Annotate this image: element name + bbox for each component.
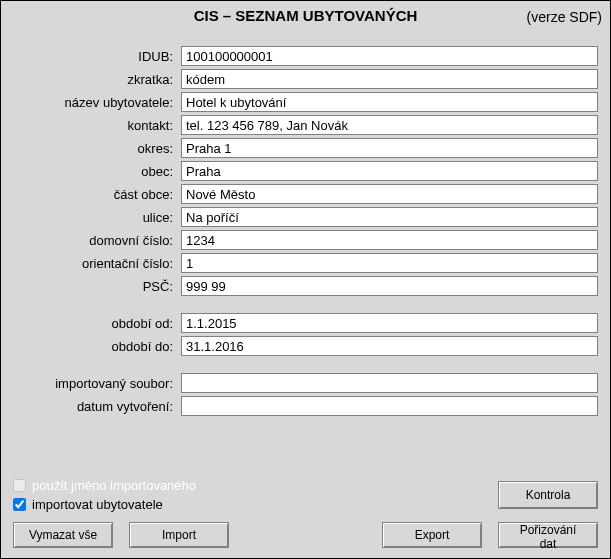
label-ulice: ulice: xyxy=(13,210,181,225)
label-importovany-soubor: importovaný soubor: xyxy=(13,376,181,391)
checkbox-importovat-ubytovatele[interactable] xyxy=(13,498,26,511)
input-importovany-soubor[interactable] xyxy=(181,373,598,393)
label-pouzit-jmeno: použít jméno importovaného xyxy=(32,478,196,493)
label-importovat-ubytovatele: importovat ubytovatele xyxy=(32,497,163,512)
input-obdobi-od[interactable] xyxy=(181,313,598,333)
checkbox-pouzit-jmeno xyxy=(13,479,26,492)
label-datum-vytvoreni: datum vytvoření: xyxy=(13,399,181,414)
export-button[interactable]: Export xyxy=(382,522,482,548)
label-obdobi-do: období do: xyxy=(13,339,181,354)
label-obdobi-od: období od: xyxy=(13,316,181,331)
input-ulice[interactable] xyxy=(181,207,598,227)
label-zkratka: zkratka: xyxy=(13,72,181,87)
input-idub[interactable] xyxy=(181,46,598,66)
label-orientacni-cislo: orientační číslo: xyxy=(13,256,181,271)
input-nazev-ubytovatele[interactable] xyxy=(181,92,598,112)
input-zkratka[interactable] xyxy=(181,69,598,89)
input-psc[interactable] xyxy=(181,276,598,296)
label-okres: okres: xyxy=(13,141,181,156)
form-area: IDUB: zkratka: název ubytovatele: kontak… xyxy=(1,28,610,472)
kontrola-button[interactable]: Kontrola xyxy=(498,481,598,509)
label-obec: obec: xyxy=(13,164,181,179)
vymazat-vse-button[interactable]: Vymazat vše xyxy=(13,522,113,548)
input-kontakt[interactable] xyxy=(181,115,598,135)
label-psc: PSČ: xyxy=(13,279,181,294)
input-domovni-cislo[interactable] xyxy=(181,230,598,250)
app-version: (verze SDF) xyxy=(527,9,602,25)
input-obdobi-do[interactable] xyxy=(181,336,598,356)
input-obec[interactable] xyxy=(181,161,598,181)
import-button[interactable]: Import xyxy=(129,522,229,548)
input-datum-vytvoreni[interactable] xyxy=(181,396,598,416)
bottom-area: použít jméno importovaného importovat ub… xyxy=(1,472,610,558)
input-cast-obce[interactable] xyxy=(181,184,598,204)
app-title: CIS – SEZNAM UBYTOVANÝCH xyxy=(194,7,418,24)
label-nazev-ubytovatele: název ubytovatele: xyxy=(13,95,181,110)
porizovani-dat-button[interactable]: Pořizování dat xyxy=(498,522,598,548)
titlebar: CIS – SEZNAM UBYTOVANÝCH (verze SDF) xyxy=(1,1,610,28)
label-kontakt: kontakt: xyxy=(13,118,181,133)
input-okres[interactable] xyxy=(181,138,598,158)
app-window: CIS – SEZNAM UBYTOVANÝCH (verze SDF) IDU… xyxy=(0,0,611,559)
label-idub: IDUB: xyxy=(13,49,181,64)
input-orientacni-cislo[interactable] xyxy=(181,253,598,273)
label-cast-obce: část obce: xyxy=(13,187,181,202)
label-domovni-cislo: domovní číslo: xyxy=(13,233,181,248)
